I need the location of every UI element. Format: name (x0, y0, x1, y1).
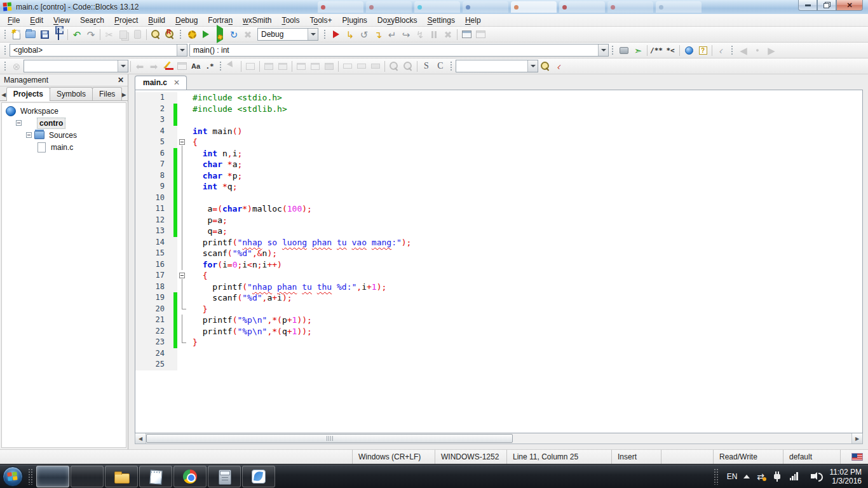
symbol-search-input[interactable] (456, 60, 538, 72)
wx-window-button[interactable] (243, 60, 257, 73)
code-line-20[interactable]: 20 } (135, 304, 862, 315)
management-tab-projects[interactable]: Projects (6, 87, 50, 101)
taskbar-app-messenger[interactable] (242, 466, 275, 487)
abort-build-button[interactable]: ✖ (241, 28, 255, 41)
replace-button[interactable]: R (163, 28, 177, 41)
run-to-cursor-button[interactable]: ↳ (343, 28, 357, 41)
fold-collapse-icon[interactable] (179, 139, 185, 145)
toolbar-grip[interactable] (611, 45, 614, 55)
clear-search-button[interactable]: ⊗ (10, 60, 24, 73)
rebuild-button[interactable]: ↻ (227, 28, 241, 41)
tree-item-contro[interactable]: contro (2, 117, 126, 129)
power-plug-icon[interactable] (772, 471, 783, 482)
code-line-11[interactable]: 11 a=(char*)malloc(100); (135, 203, 862, 215)
fold-collapse-icon[interactable] (179, 273, 185, 278)
toolbar-grip[interactable] (4, 45, 7, 55)
toolbar-grip[interactable] (323, 29, 327, 39)
wx-pointer-button[interactable] (225, 60, 239, 73)
match-case-button[interactable]: Aa (189, 60, 203, 73)
fold-margin[interactable] (177, 270, 187, 281)
new-file-button[interactable]: ✱ (10, 28, 24, 41)
code-line-3[interactable]: 3 (135, 114, 862, 126)
debugging-windows-button[interactable] (459, 28, 473, 41)
code-line-21[interactable]: 21 printf("%p\n",*(p+1)); (135, 315, 862, 326)
menu-debug[interactable]: Debug (170, 15, 203, 26)
jump-back-button[interactable]: ◀ (736, 44, 750, 57)
line-comment-button[interactable]: *< (663, 44, 677, 57)
build-and-run-button[interactable] (213, 28, 227, 41)
code-editor[interactable]: 1#include <stdio.h>2#include <stdlib.h>3… (135, 90, 863, 433)
menu-project[interactable]: Project (109, 15, 143, 26)
horizontal-scrollbar[interactable]: ◀ ▶ (135, 433, 863, 444)
collapse-icon[interactable] (16, 120, 22, 126)
next-instruction-button[interactable]: ↪ (399, 28, 413, 41)
step-into-button[interactable]: ↴ (371, 28, 385, 41)
next-line-button[interactable]: ↺ (357, 28, 371, 41)
scope-select[interactable]: <global> (10, 44, 187, 57)
menu-settings[interactable]: Settings (423, 15, 460, 26)
undo-button[interactable]: ↶ (70, 28, 84, 41)
doxyblocks-settings-button[interactable]: ⌐ (714, 44, 728, 57)
paste-button[interactable] (130, 28, 144, 41)
toolbar-grip[interactable] (219, 61, 222, 71)
menu-doxyblocks[interactable]: DoxyBlocks (372, 15, 423, 26)
code-line-16[interactable]: 16 for(i=0;i<n;i++) (135, 259, 862, 271)
tree-item-workspace[interactable]: Workspace (2, 105, 126, 117)
taskbar-app-explorer[interactable] (105, 466, 138, 487)
build-target-select[interactable]: Debug (257, 28, 318, 41)
fold-margin[interactable] (177, 137, 187, 148)
code-line-18[interactable]: 18 printf("nhap phan tu thu %d:",i+1); (135, 281, 862, 293)
tree-item-main-c[interactable]: main.c (2, 141, 126, 153)
code-line-24[interactable]: 24 (135, 348, 862, 360)
code-line-5[interactable]: 5{ (135, 137, 862, 148)
code-line-12[interactable]: 12 p=a; (135, 215, 862, 226)
incremental-search-input[interactable] (24, 60, 128, 72)
scrollbar-thumb[interactable] (146, 434, 513, 443)
step-into-instruction-button[interactable]: ↯ (413, 28, 427, 41)
wx-frame-button[interactable] (294, 60, 308, 73)
taskbar-app-media-player[interactable] (71, 466, 104, 487)
toolbar-grip[interactable] (4, 61, 7, 71)
wx-panel-button[interactable] (308, 60, 322, 73)
tools-settings-button[interactable]: ⌐ (552, 60, 566, 73)
minimize-button[interactable] (798, 0, 817, 11)
wx-sizer-v-button[interactable] (355, 60, 369, 73)
tab-scroll-left-icon[interactable]: ◀ (1, 89, 6, 100)
tab-close-icon[interactable]: ✕ (173, 78, 180, 87)
extract-docs-button[interactable]: ➣ (631, 44, 645, 57)
step-out-button[interactable]: ↵ (385, 28, 399, 41)
wx-show-class-button[interactable]: C (433, 60, 447, 73)
menu-search[interactable]: Search (75, 15, 109, 26)
taskbar-app-notepad[interactable] (139, 466, 172, 487)
code-line-8[interactable]: 8 char *p; (135, 170, 862, 182)
goto-symbol-button[interactable] (538, 60, 552, 73)
code-line-1[interactable]: 1#include <stdio.h> (135, 92, 862, 104)
menu-plugins[interactable]: Plugins (337, 15, 372, 26)
toolbar-grip[interactable] (450, 61, 453, 71)
wx-scrollingdialog-button[interactable] (276, 60, 290, 73)
restore-button[interactable] (817, 0, 836, 11)
copy-button[interactable] (116, 28, 130, 41)
selected-text-only-button[interactable] (175, 60, 189, 73)
collapse-icon[interactable] (26, 132, 32, 138)
scrollbar-track[interactable] (146, 433, 851, 444)
dropdown-button[interactable] (598, 44, 608, 56)
regex-button[interactable]: .* (203, 60, 217, 73)
toolbar-grip[interactable] (179, 29, 182, 39)
code-line-15[interactable]: 15 scanf("%d",&n); (135, 248, 862, 259)
wx-dialog-button[interactable] (262, 60, 276, 73)
wx-sizer-h-button[interactable] (341, 60, 355, 73)
redo-button[interactable]: ↷ (84, 28, 98, 41)
wx-mdi-button[interactable] (322, 60, 336, 73)
taskbar-app-codeblocks[interactable] (36, 466, 69, 487)
taskbar-app-chrome[interactable] (173, 466, 207, 487)
tree-item-sources[interactable]: Sources (2, 129, 126, 141)
volume-icon[interactable] (805, 471, 820, 482)
code-line-25[interactable]: 25 (135, 359, 862, 370)
code-line-23[interactable]: 23} (135, 337, 862, 348)
code-line-2[interactable]: 2#include <stdlib.h> (135, 104, 862, 115)
management-tab-files[interactable]: Files (92, 87, 122, 100)
tab-scroll-right-icon[interactable]: ▶ (121, 89, 126, 100)
start-button[interactable] (0, 464, 25, 488)
toolbar-grip[interactable] (731, 45, 734, 55)
